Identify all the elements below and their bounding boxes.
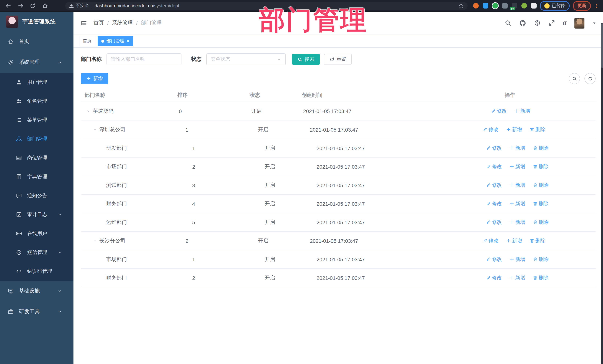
dept-name-input[interactable]: 请输入部门名称 — [106, 53, 181, 65]
sidebar-item-12[interactable]: 错误码管理 — [0, 262, 73, 281]
refresh-table-button[interactable] — [584, 73, 596, 84]
row-add-link[interactable]: 新增 — [506, 237, 522, 244]
trash-icon — [533, 257, 537, 262]
row-delete-link[interactable]: 删除 — [529, 237, 545, 244]
search-icon[interactable] — [504, 20, 511, 26]
tab-close-icon[interactable]: × — [127, 39, 129, 43]
browser-home-icon[interactable] — [40, 1, 49, 10]
row-expand-caret[interactable] — [93, 239, 99, 243]
bookmark-star-icon[interactable] — [458, 3, 464, 9]
sidebar-item-7[interactable]: 字典管理 — [0, 167, 73, 186]
tag-tab-1[interactable]: 部门管理× — [98, 36, 133, 46]
row-delete-link[interactable]: 删除 — [533, 200, 549, 207]
chevron-down-icon — [277, 57, 281, 62]
table-body: 芋道源码 0 开启 2021-01-05 17:03:47 修改新增 深圳总公司… — [81, 102, 596, 287]
avatar-caret-icon[interactable] — [592, 21, 596, 25]
row-add-link[interactable]: 新增 — [509, 256, 525, 263]
row-delete-link[interactable]: 删除 — [533, 256, 549, 263]
sidebar-item-5[interactable]: 部门管理 — [0, 129, 73, 148]
row-add-link[interactable]: 新增 — [509, 145, 525, 151]
row-edit-link[interactable]: 修改 — [483, 126, 499, 133]
extension-orange-icon[interactable] — [473, 3, 479, 9]
extension-puzzle-icon[interactable] — [531, 3, 537, 9]
row-edit-link[interactable]: 修改 — [486, 182, 502, 188]
row-edit-link[interactable]: 修改 — [491, 108, 507, 114]
sidebar-item-6[interactable]: 岗位管理 — [0, 148, 73, 167]
row-delete-link[interactable]: 删除 — [533, 145, 549, 151]
toggle-search-button[interactable] — [569, 73, 580, 84]
row-add-link[interactable]: 新增 — [509, 182, 525, 188]
row-edit-link[interactable]: 修改 — [486, 200, 502, 207]
browser-back-icon[interactable] — [4, 1, 13, 10]
github-icon[interactable] — [519, 20, 526, 26]
table-row: 财务部门 2 开启 2021-01-05 17:03:47 修改新增删除 — [81, 269, 596, 287]
extension-green-check-icon[interactable] — [492, 3, 498, 9]
breadcrumb-item-1[interactable]: 系统管理 — [112, 20, 133, 26]
user-avatar[interactable] — [574, 18, 584, 28]
row-edit-link[interactable]: 修改 — [483, 237, 499, 244]
row-delete-link[interactable]: 删除 — [533, 219, 549, 226]
sidebar-item-0[interactable]: 首页 — [0, 31, 73, 52]
browser-reload-icon[interactable] — [28, 1, 37, 10]
row-delete-link[interactable]: 删除 — [533, 163, 549, 170]
sidebar-item-10[interactable]: 在线用户 — [0, 224, 73, 243]
extension-green-figure-icon[interactable] — [521, 3, 527, 9]
extension-adblock-icon[interactable]: on — [512, 3, 517, 9]
sidebar-item-9[interactable]: 审计日志 — [0, 205, 73, 224]
breadcrumb-item-0[interactable]: 首页 — [93, 20, 104, 26]
browser-scrollbar[interactable] — [601, 23, 603, 364]
row-add-link[interactable]: 新增 — [509, 219, 525, 226]
browser-forward-icon[interactable] — [16, 1, 25, 10]
profile-paused-chip[interactable]: 已暂停 — [540, 1, 570, 11]
row-edit-link[interactable]: 修改 — [486, 163, 502, 170]
sidebar-item-1[interactable]: 系统管理 — [0, 52, 73, 73]
row-edit-link[interactable]: 修改 — [486, 145, 502, 151]
reset-button[interactable]: 重置 — [324, 54, 352, 65]
row-add-link[interactable]: 新增 — [509, 200, 525, 207]
browser-update-button[interactable]: 更新 — [573, 1, 591, 11]
security-warning[interactable]: 不安全 — [69, 3, 89, 9]
url-bar[interactable]: 不安全 dashboard.yudao.iocoder.cn/system/de… — [65, 2, 468, 10]
menu-list-icon — [16, 117, 22, 123]
search-button[interactable]: 搜索 — [292, 54, 320, 65]
created-cell: 2021-01-05 17:03:47 — [316, 275, 439, 281]
row-expand-caret[interactable] — [86, 109, 93, 113]
row-edit-link[interactable]: 修改 — [486, 219, 502, 226]
sidebar-item-14[interactable]: 研发工具 — [0, 301, 73, 322]
fullscreen-icon[interactable] — [548, 20, 555, 26]
sidebar-item-4[interactable]: 菜单管理 — [0, 110, 73, 129]
row-add-link[interactable]: 新增 — [514, 108, 530, 114]
created-cell: 2021-01-05 17:03:47 — [316, 219, 439, 225]
row-delete-link[interactable]: 删除 — [533, 182, 549, 188]
table-row: 深圳总公司 1 开启 2021-01-05 17:03:47 修改新增删除 — [81, 121, 596, 139]
row-add-link[interactable]: 新增 — [509, 275, 525, 281]
scrollbar-thumb[interactable] — [601, 23, 603, 68]
add-dept-button[interactable]: 新增 — [81, 73, 108, 84]
hamburger-icon[interactable] — [79, 18, 88, 28]
row-delete-link[interactable]: 删除 — [529, 126, 545, 133]
row-edit-link[interactable]: 修改 — [486, 256, 502, 263]
extension-location-icon[interactable] — [483, 3, 488, 9]
actions-cell: 修改新增删除 — [439, 219, 596, 226]
row-add-link[interactable]: 新增 — [509, 163, 525, 170]
help-icon[interactable] — [534, 20, 541, 26]
sidebar-item-3[interactable]: 角色管理 — [0, 92, 73, 110]
sidebar-item-8[interactable]: 通知公告 — [0, 186, 73, 205]
sidebar-item-11[interactable]: 短信管理 — [0, 243, 73, 262]
dictionary-icon — [16, 174, 22, 180]
app-logo-row[interactable]: 芋道管理系统 — [0, 12, 73, 31]
extension-grid-icon[interactable] — [502, 3, 508, 9]
sidebar-item-2[interactable]: 用户管理 — [0, 73, 73, 92]
row-edit-link[interactable]: 修改 — [486, 275, 502, 281]
row-delete-link[interactable]: 删除 — [533, 275, 549, 281]
fontsize-icon[interactable]: tT — [563, 20, 567, 26]
row-expand-caret[interactable] — [93, 127, 99, 132]
warning-icon — [69, 3, 74, 8]
browser-menu-icon[interactable] — [594, 3, 599, 9]
row-add-link[interactable]: 新增 — [506, 126, 522, 133]
table-row: 测试部门 3 开启 2021-01-05 17:03:47 修改新增删除 — [81, 176, 596, 195]
tag-tab-0[interactable]: 首页 — [79, 36, 95, 46]
sidebar-item-13[interactable]: 基础设施 — [0, 281, 73, 301]
sidebar-item-label: 错误码管理 — [27, 268, 52, 275]
status-select[interactable]: 菜单状态 — [206, 53, 286, 65]
